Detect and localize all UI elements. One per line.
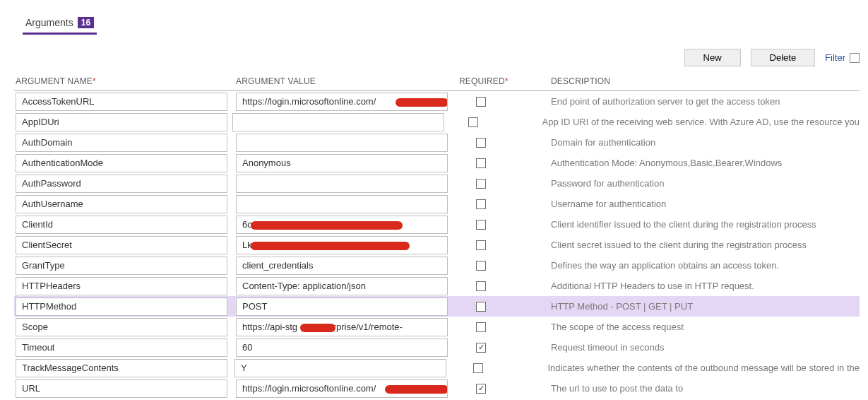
argument-description: Additional HTTP Headers to use in HTTP r… — [551, 281, 860, 291]
required-checkbox[interactable] — [476, 97, 486, 107]
argument-name-input[interactable]: AuthUsername — [16, 195, 227, 213]
argument-value-input[interactable]: https://api-stg om/enterprise/v1/remote- — [236, 318, 448, 336]
argument-name-input[interactable]: URL — [16, 380, 227, 398]
argument-value-input[interactable] — [236, 134, 448, 152]
required-checkbox[interactable] — [476, 302, 486, 312]
tab-arguments[interactable]: Arguments 16 — [23, 14, 97, 35]
argument-value-input[interactable]: Anonymous — [236, 154, 448, 172]
required-checkbox[interactable] — [476, 138, 486, 148]
header-argument-name[interactable]: ARGUMENT NAME* — [14, 76, 236, 86]
argument-name-input[interactable]: Timeout — [16, 339, 227, 357]
argument-description: Request timeout in seconds — [551, 342, 860, 353]
toolbar: New Delete Filter — [14, 49, 860, 66]
argument-name-input[interactable]: ClientSecret — [16, 236, 227, 254]
table-row[interactable]: AuthUsernameUsername for authentication — [14, 194, 860, 214]
argument-description: Domain for authentication — [551, 137, 860, 148]
argument-name-input[interactable]: ClientId — [16, 216, 227, 234]
argument-value-input[interactable]: https://login.microsoftonline.com/ — [236, 93, 448, 111]
header-description[interactable]: DESCRIPTION — [551, 76, 860, 86]
required-checkbox[interactable] — [476, 281, 486, 291]
required-checkbox[interactable] — [476, 384, 486, 394]
required-checkbox[interactable] — [476, 322, 486, 332]
argument-description: The url to use to post the data to — [551, 383, 860, 394]
argument-description: HTTP Method - POST | GET | PUT — [551, 301, 860, 312]
required-checkbox[interactable] — [476, 199, 486, 209]
header-required[interactable]: REQUIRED* — [459, 76, 551, 86]
grid-header: ARGUMENT NAME* ARGUMENT VALUE REQUIRED* … — [14, 72, 860, 91]
argument-description: Client secret issued to the client durin… — [551, 240, 860, 250]
redaction-overlay — [396, 98, 448, 107]
redaction-overlay — [300, 324, 335, 332]
argument-value-input[interactable] — [236, 175, 448, 193]
table-row[interactable]: AccessTokenURLhttps://login.microsoftonl… — [14, 91, 860, 112]
required-checkbox[interactable] — [476, 179, 486, 189]
argument-description: Authentication Mode: Anonymous,Basic,Bea… — [551, 158, 860, 168]
filter-group: Filter — [825, 52, 860, 63]
argument-name-input[interactable]: AccessTokenURL — [16, 93, 227, 111]
table-row[interactable]: GrantTypeclient_credentialsDefines the w… — [14, 255, 860, 276]
required-checkbox[interactable] — [476, 343, 486, 353]
redaction-overlay — [251, 242, 410, 250]
required-checkbox[interactable] — [473, 363, 483, 373]
redaction-overlay — [385, 385, 448, 394]
argument-name-input[interactable]: AuthPassword — [16, 175, 227, 193]
argument-value-input[interactable]: 60 — [236, 339, 448, 357]
required-checkbox[interactable] — [476, 240, 486, 250]
table-row[interactable]: ClientId6c 7bClient identifier issued to… — [14, 214, 860, 235]
header-argument-value[interactable]: ARGUMENT VALUE — [236, 76, 459, 86]
filter-label: Filter — [825, 52, 845, 63]
required-checkbox[interactable] — [468, 117, 478, 127]
new-button[interactable]: New — [684, 49, 741, 66]
table-row[interactable]: Scopehttps://api-stg om/enterprise/v1/re… — [14, 317, 860, 337]
arguments-grid: ARGUMENT NAME* ARGUMENT VALUE REQUIRED* … — [14, 72, 860, 399]
filter-checkbox[interactable] — [850, 53, 860, 63]
argument-value-input[interactable]: https://login.microsoftonline.com/ — [236, 380, 448, 398]
argument-name-input[interactable]: AuthDomain — [16, 134, 227, 152]
tab-label: Arguments — [25, 17, 73, 28]
table-row[interactable]: Timeout60Request timeout in seconds — [14, 337, 860, 358]
delete-button[interactable]: Delete — [751, 49, 816, 66]
table-row[interactable]: ClientSecretLk dEYClient secret issued t… — [14, 235, 860, 255]
tab-bar: Arguments 16 — [14, 14, 860, 35]
argument-name-input[interactable]: TrackMessageContents — [16, 359, 227, 377]
argument-value-input[interactable]: 6c 7b — [236, 216, 448, 234]
argument-value-input[interactable]: client_credentials — [236, 257, 448, 275]
table-row[interactable]: URLhttps://login.microsoftonline.com/The… — [14, 378, 860, 399]
table-row[interactable]: AuthPasswordPassword for authentication — [14, 173, 860, 194]
redaction-overlay — [251, 221, 403, 230]
table-row[interactable]: AppIDUriApp ID URI of the receiving web … — [14, 112, 860, 132]
argument-value-input[interactable]: Content-Type: application/json — [236, 277, 448, 295]
argument-name-input[interactable]: GrantType — [16, 257, 227, 275]
tab-count-badge: 16 — [78, 17, 94, 28]
argument-description: Defines the way an application obtains a… — [551, 260, 860, 271]
required-star: * — [505, 76, 509, 86]
table-row[interactable]: AuthDomainDomain for authentication — [14, 132, 860, 153]
argument-name-input[interactable]: AuthenticationMode — [16, 154, 227, 172]
argument-description: The scope of the access request — [551, 322, 860, 332]
argument-description: Client identifier issued to the client d… — [551, 219, 860, 230]
argument-description: End point of authorization server to get… — [551, 96, 860, 107]
argument-value-input[interactable]: POST — [236, 298, 448, 316]
argument-description: Password for authentication — [551, 178, 860, 189]
argument-value-input[interactable] — [232, 113, 444, 131]
argument-description: Indicates whether the contents of the ou… — [547, 363, 860, 373]
required-checkbox[interactable] — [476, 220, 486, 230]
required-checkbox[interactable] — [476, 261, 486, 271]
argument-description: App ID URI of the receiving web service.… — [542, 117, 860, 127]
argument-name-input[interactable]: HTTPHeaders — [16, 277, 227, 295]
argument-value-input[interactable]: Lk dEY — [236, 236, 448, 254]
argument-name-input[interactable]: Scope — [16, 318, 227, 336]
argument-description: Username for authentication — [551, 199, 860, 209]
table-row[interactable]: TrackMessageContentsYIndicates whether t… — [14, 358, 860, 378]
required-checkbox[interactable] — [476, 158, 486, 168]
table-row[interactable]: HTTPHeadersContent-Type: application/jso… — [14, 276, 860, 296]
argument-value-input[interactable]: Y — [234, 359, 446, 377]
argument-value-input[interactable] — [236, 195, 448, 213]
table-row[interactable]: AuthenticationModeAnonymousAuthenticatio… — [14, 153, 860, 173]
argument-name-input[interactable]: AppIDUri — [16, 113, 227, 131]
required-star: * — [93, 76, 96, 86]
argument-name-input[interactable]: HTTPMethod — [16, 298, 227, 316]
table-row[interactable]: HTTPMethodPOSTHTTP Method - POST | GET |… — [14, 296, 860, 317]
